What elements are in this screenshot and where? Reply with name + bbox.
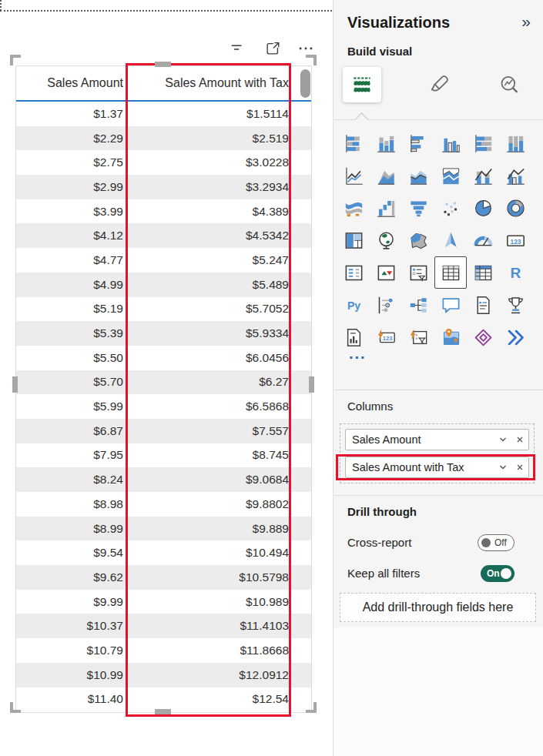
field-dropdown-chevron-icon[interactable]: [494, 429, 511, 450]
waterfall-chart-visual-icon[interactable]: [370, 192, 402, 224]
sales-amount-with-tax-cell[interactable]: $12.54: [128, 692, 300, 706]
selection-handle-bottom[interactable]: [155, 709, 171, 714]
smart-narrative-visual-icon[interactable]: [467, 289, 499, 321]
table-row[interactable]: $5.19$5.7052: [16, 297, 311, 322]
power-apps-visual-icon[interactable]: [467, 321, 499, 353]
donut-chart-visual-icon[interactable]: [499, 192, 531, 224]
sales-amount-with-tax-cell[interactable]: $5.7052: [128, 302, 300, 316]
sales-amount-cell[interactable]: $10.99: [16, 668, 128, 682]
sales-amount-cell[interactable]: $7.95: [16, 448, 128, 462]
sales-amount-cell[interactable]: $5.50: [16, 351, 128, 365]
table-row[interactable]: $2.75$3.0228: [16, 150, 311, 175]
tab-build-visual[interactable]: [343, 67, 381, 102]
tab-analytics[interactable]: [490, 67, 528, 102]
table-row[interactable]: $2.29$2.519: [16, 126, 311, 151]
table-row[interactable]: $7.95$8.745: [16, 443, 311, 468]
r-script-visual-icon[interactable]: R: [499, 256, 531, 289]
sales-amount-cell[interactable]: $4.99: [16, 278, 128, 292]
new-slicer-visual-icon[interactable]: [402, 321, 434, 353]
more-visuals-button[interactable]: ...: [349, 348, 367, 359]
metrics-visual-icon[interactable]: [499, 289, 531, 321]
sales-amount-cell[interactable]: $3.99: [16, 205, 128, 219]
sales-amount-with-tax-cell[interactable]: $5.489: [128, 278, 300, 292]
sales-amount-cell[interactable]: $6.87: [16, 424, 128, 438]
sales-amount-with-tax-cell[interactable]: $7.557: [128, 424, 300, 438]
sales-amount-with-tax-cell[interactable]: $11.8668: [128, 644, 300, 657]
field-dropdown-chevron-icon[interactable]: [494, 457, 511, 478]
sales-amount-with-tax-cell[interactable]: $10.494: [128, 546, 300, 560]
funnel-chart-visual-icon[interactable]: [402, 192, 434, 224]
card-visual-icon[interactable]: 123: [499, 224, 531, 256]
sales-amount-cell[interactable]: $5.39: [16, 326, 128, 340]
keep-all-filters-toggle[interactable]: On: [481, 565, 515, 582]
table-row[interactable]: $4.77$5.247: [16, 248, 311, 273]
selection-handle-top-right[interactable]: [306, 55, 317, 65]
stacked-bar-chart-visual-icon[interactable]: [337, 127, 370, 159]
table-row[interactable]: $9.62$10.5798: [16, 565, 311, 590]
table-row[interactable]: $8.98$9.8802: [16, 492, 311, 517]
python-script-visual-icon[interactable]: Py: [337, 289, 370, 321]
table-row[interactable]: $5.50$6.0456: [16, 346, 311, 370]
stacked-area-chart-visual-icon[interactable]: [402, 159, 434, 192]
sales-amount-with-tax-cell[interactable]: $5.247: [128, 253, 300, 267]
field-pill[interactable]: Sales Amount with Tax: [345, 457, 529, 478]
sales-amount-with-tax-cell[interactable]: $8.745: [128, 448, 300, 462]
sales-amount-with-tax-cell[interactable]: $6.5868: [128, 400, 300, 413]
hundred-stacked-bar-chart-visual-icon[interactable]: [467, 127, 499, 159]
table-row[interactable]: $8.99$9.889: [16, 517, 311, 541]
table-row[interactable]: $4.12$4.5342: [16, 223, 311, 248]
table-row[interactable]: $5.70$6.27: [16, 370, 311, 395]
sales-amount-with-tax-cell[interactable]: $6.0456: [128, 351, 300, 365]
sales-amount-with-tax-cell[interactable]: $5.9334: [128, 326, 300, 340]
sales-amount-cell[interactable]: $5.70: [16, 375, 128, 389]
sales-amount-with-tax-cell[interactable]: $4.389: [128, 205, 300, 219]
matrix-visual-icon[interactable]: [467, 256, 499, 289]
ribbon-chart-visual-icon[interactable]: [337, 192, 370, 224]
sales-amount-cell[interactable]: $11.40: [16, 692, 128, 706]
table-row[interactable]: $2.99$3.2934: [16, 175, 311, 199]
sales-amount-cell[interactable]: $10.37: [16, 619, 128, 633]
sales-amount-with-tax-cell[interactable]: $3.0228: [128, 156, 300, 169]
sales-amount-cell[interactable]: $9.62: [16, 570, 128, 584]
clustered-column-chart-visual-icon[interactable]: [434, 127, 467, 159]
sales-amount-cell[interactable]: $2.75: [16, 156, 128, 169]
scatter-chart-visual-icon[interactable]: [434, 192, 467, 224]
sales-amount-with-tax-cell[interactable]: $12.0912: [128, 668, 300, 682]
sales-amount-cell[interactable]: $5.99: [16, 400, 128, 413]
table-row[interactable]: $8.24$9.0684: [16, 467, 311, 492]
sales-amount-cell[interactable]: $1.37: [16, 107, 128, 121]
table-row[interactable]: $10.99$12.0912: [16, 663, 311, 687]
decomposition-tree-visual-icon[interactable]: [402, 289, 434, 321]
remove-field-icon[interactable]: [511, 457, 528, 478]
filter-icon[interactable]: [229, 40, 246, 57]
sales-amount-with-tax-cell[interactable]: $10.5798: [128, 570, 300, 584]
multi-row-card-visual-icon[interactable]: [337, 256, 370, 289]
area-chart-visual-icon[interactable]: [370, 159, 402, 192]
line-and-clustered-column-chart-visual-icon[interactable]: [499, 159, 531, 192]
table-row[interactable]: $3.99$4.389: [16, 199, 311, 224]
table-row[interactable]: $10.79$11.8668: [16, 638, 311, 663]
sales-amount-with-tax-cell[interactable]: $9.889: [128, 522, 300, 536]
drill-through-fields-dropzone[interactable]: Add drill-through fields here: [340, 593, 536, 622]
table-scrollbar-thumb[interactable]: [300, 69, 310, 98]
table-row[interactable]: $6.87$7.557: [16, 419, 311, 443]
collapse-pane-chevron-icon[interactable]: »: [521, 13, 531, 29]
kpi-visual-icon[interactable]: [370, 256, 402, 289]
hundred-stacked-area-chart-visual-icon[interactable]: [434, 159, 467, 192]
selection-handle-right[interactable]: [309, 376, 314, 393]
table-visual-icon[interactable]: [434, 256, 467, 289]
table-row[interactable]: $1.37$1.5114: [16, 102, 311, 126]
sales-amount-with-tax-cell[interactable]: $10.989: [128, 595, 300, 609]
sales-amount-with-tax-cell[interactable]: $3.2934: [128, 180, 300, 194]
column-header-sales-amount-with-tax[interactable]: Sales Amount with Tax: [128, 76, 300, 90]
table-row[interactable]: $4.99$5.489: [16, 273, 311, 297]
sales-amount-cell[interactable]: $8.24: [16, 473, 128, 487]
sales-amount-cell[interactable]: $4.77: [16, 253, 128, 267]
sales-amount-cell[interactable]: $9.99: [16, 595, 128, 609]
power-automate-visual-icon[interactable]: [499, 321, 531, 353]
tab-format-visual[interactable]: [420, 67, 458, 102]
sales-amount-with-tax-cell[interactable]: $2.519: [128, 132, 300, 146]
line-chart-visual-icon[interactable]: [337, 159, 370, 192]
selection-handle-left[interactable]: [12, 376, 18, 393]
sales-amount-cell[interactable]: $4.12: [16, 229, 128, 243]
